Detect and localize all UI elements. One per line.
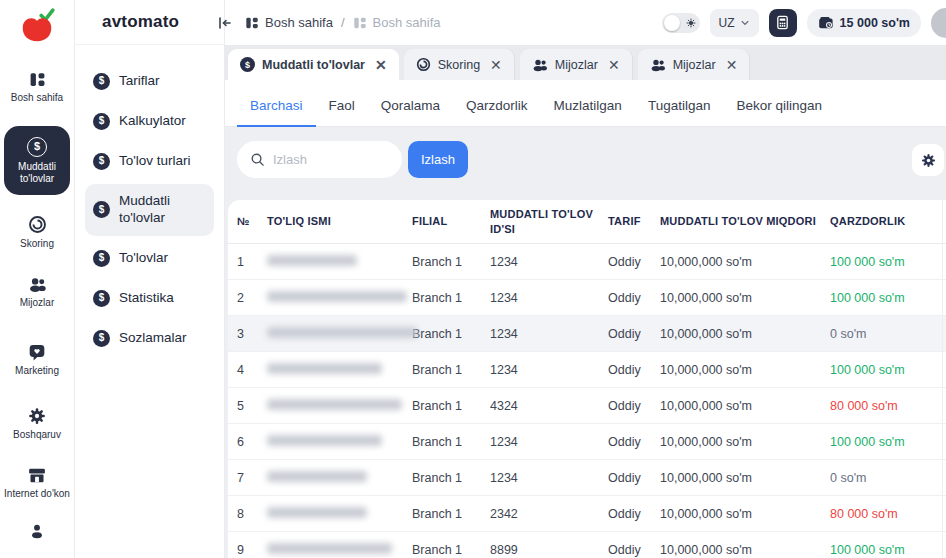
rail-item-label: Muddatli to'lovlar (6, 161, 68, 185)
rail-item-marketing[interactable]: Marketing (0, 343, 74, 377)
cell-filial: Branch 1 (412, 507, 490, 521)
rail-item-skoring[interactable]: Skoring (0, 215, 74, 250)
topbar-actions: UZ (662, 8, 946, 38)
cell-filial: Branch 1 (412, 255, 490, 269)
cell-tarif: Oddiy (608, 399, 660, 413)
calculator-button[interactable] (769, 9, 797, 37)
table-row[interactable]: 8Branch 12342Oddiy10,000,000 so'm80 000 … (228, 496, 946, 532)
app: Bosh sahifa $ Muddatli to'lovlar Skoring… (0, 0, 946, 558)
sidebar-item-statistika[interactable]: $ Statistika (85, 281, 214, 316)
rail-item-label: Internet do'kon (4, 488, 70, 500)
sidebar-item-muddatli-tolovlar[interactable]: $ Muddatli to'lovlar (85, 184, 214, 236)
cell-full-name (267, 399, 412, 413)
close-icon[interactable]: ✕ (608, 58, 620, 72)
rail-item-boshqaruv[interactable]: Boshqaruv (0, 407, 74, 441)
breadcrumb-separator: / (341, 15, 345, 30)
cell-amount: 10,000,000 so'm (660, 543, 830, 557)
cell-filial: Branch 1 (412, 363, 490, 377)
search-button[interactable]: Izlash (408, 141, 468, 178)
gear-icon (921, 153, 936, 168)
tab-mijozlar-1[interactable]: Mijozlar ✕ (520, 49, 633, 80)
sidebar-item-label: To'lov turlari (119, 153, 191, 170)
search-box (237, 141, 402, 178)
table-row[interactable]: 5Branch 14324Oddiy10,000,000 so'm80 000 … (228, 388, 946, 424)
tab-muddatli-tolovlar[interactable]: $ Muddatli to'lovlar ✕ (228, 49, 399, 80)
filter-muzlatilgan[interactable]: Muzlatilgan (541, 98, 635, 126)
table-row[interactable]: 9Branch 18899Oddiy10,000,000 so'm100 000… (228, 532, 946, 558)
sidebar-collapse-button[interactable] (217, 15, 233, 31)
rail-item-mijozlar[interactable]: Mijozlar (0, 276, 74, 309)
tab-mijozlar-2[interactable]: Mijozlar ✕ (638, 49, 751, 80)
cell-payment-id: 8899 (490, 543, 608, 557)
balance-badge[interactable]: 15 000 so'm (807, 9, 921, 37)
redacted-name (267, 543, 392, 554)
col-full-name: TO'LIQ ISMI (267, 214, 412, 228)
redacted-name (267, 255, 357, 266)
cell-tarif: Oddiy (608, 363, 660, 377)
gauge-icon (28, 215, 47, 234)
brand-logo[interactable] (19, 7, 55, 49)
avatar[interactable] (931, 8, 946, 38)
cell-amount: 10,000,000 so'm (660, 399, 830, 413)
tab-skoring[interactable]: Skoring ✕ (404, 49, 515, 80)
cell-tarif: Oddiy (608, 291, 660, 305)
rail-item-internet-dokon[interactable]: Internet do'kon (0, 467, 74, 500)
cell-payment-id: 4324 (490, 399, 608, 413)
sidebar-item-tolov-turlari[interactable]: $ To'lov turlari (85, 144, 214, 179)
rail-item-label: Bosh sahifa (11, 92, 63, 104)
close-icon[interactable]: ✕ (490, 58, 502, 72)
table-row[interactable]: 3Branch 11234Oddiy10,000,000 so'm0 so'm (228, 316, 946, 352)
chat-heart-icon (28, 343, 46, 361)
cell-number: 6 (237, 435, 267, 449)
filter-barchasi[interactable]: Barchasi (237, 98, 316, 127)
table-row[interactable]: 6Branch 11234Oddiy10,000,000 so'm100 000… (228, 424, 946, 460)
filter-faol[interactable]: Faol (316, 98, 368, 126)
table-row[interactable]: 7Branch 11234Oddiy10,000,000 so'm0 so'm (228, 460, 946, 496)
payments-table: № TO'LIQ ISMI FILIAL MUDDATLI TO'LOV ID'… (228, 200, 946, 558)
tab-label: Mijozlar (673, 58, 716, 72)
rail-item-profile[interactable] (0, 523, 74, 539)
cell-tarif: Oddiy (608, 471, 660, 485)
rail-item-bosh-sahifa[interactable]: Bosh sahifa (0, 71, 74, 104)
users-icon (650, 58, 666, 72)
search-input[interactable] (273, 152, 389, 167)
cell-payment-id: 2342 (490, 507, 608, 521)
cell-payment-id: 1234 (490, 363, 608, 377)
tomato-logo-icon (19, 7, 55, 45)
user-icon (28, 523, 46, 539)
col-amount: MUDDATLI TO'LOV MIQDORI (660, 214, 830, 228)
cell-number: 3 (237, 327, 267, 341)
breadcrumb-item-home[interactable]: Bosh sahifa (245, 15, 333, 30)
rail-item-label: Marketing (15, 365, 59, 377)
balance-value: 15 000 so'm (840, 16, 910, 30)
cell-amount: 10,000,000 so'm (660, 327, 830, 341)
filter-bekor-qilingan[interactable]: Bekor qilingan (723, 98, 835, 126)
cell-debt: 100 000 so'm (830, 255, 946, 269)
sidebar-item-kalkuylator[interactable]: $ Kalkuylator (85, 104, 214, 139)
filter-tugatilgan[interactable]: Tugatilgan (635, 98, 724, 126)
language-value: UZ (719, 16, 735, 30)
dollar-icon: $ (240, 57, 255, 72)
cell-filial: Branch 1 (412, 543, 490, 557)
sidebar-item-sozlamalar[interactable]: $ Sozlamalar (85, 321, 214, 356)
filter-qarzdorlik[interactable]: Qarzdorlik (453, 98, 541, 126)
table-row[interactable]: 1Branch 11234Oddiy10,000,000 so'm100 000… (228, 244, 946, 280)
table-row[interactable]: 4Branch 11234Oddiy10,000,000 so'm100 000… (228, 352, 946, 388)
close-icon[interactable]: ✕ (375, 58, 387, 72)
sidebar-item-tariflar[interactable]: $ Tariflar (85, 64, 214, 99)
col-debt: QARZDORLIK (830, 214, 946, 228)
close-icon[interactable]: ✕ (726, 58, 738, 72)
language-select[interactable]: UZ (710, 9, 759, 37)
rail-item-muddatli-tolovlar[interactable]: $ Muddatli to'lovlar (4, 126, 70, 196)
sidebar-item-tolovlar[interactable]: $ To'lovlar (85, 241, 214, 276)
table-settings-button[interactable] (912, 144, 944, 176)
redacted-name (267, 399, 402, 410)
table-row[interactable]: 2Branch 11234Oddiy10,000,000 so'm100 000… (228, 280, 946, 316)
cell-amount: 10,000,000 so'm (660, 435, 830, 449)
theme-toggle[interactable] (662, 13, 700, 33)
dollar-icon: $ (93, 250, 110, 267)
table-body: 1Branch 11234Oddiy10,000,000 so'm100 000… (228, 244, 946, 558)
filter-qoralama[interactable]: Qoralama (368, 98, 453, 126)
cell-filial: Branch 1 (412, 471, 490, 485)
cell-amount: 10,000,000 so'm (660, 291, 830, 305)
